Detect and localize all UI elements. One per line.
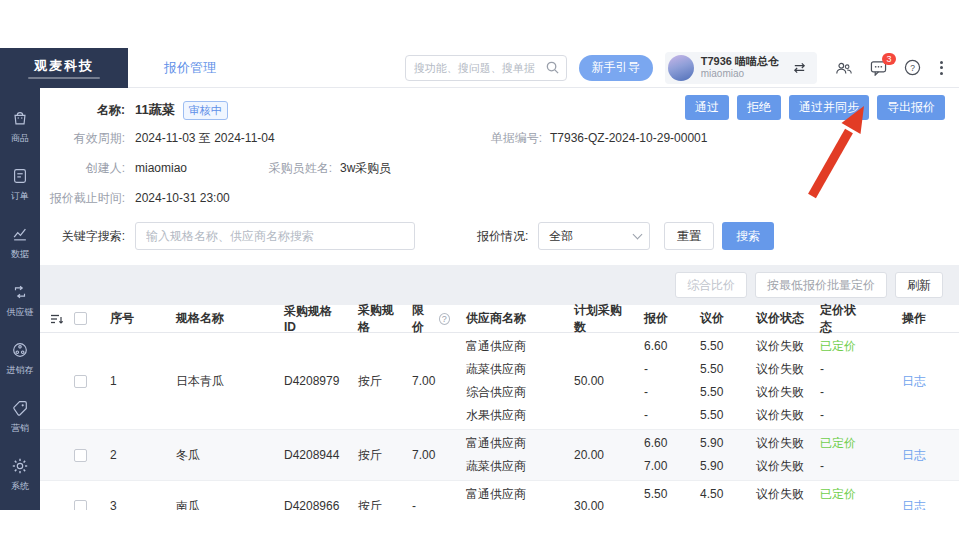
svg-text:?: ?: [910, 63, 915, 73]
row-index: 3: [102, 481, 148, 510]
period-value: 2024-11-03 至 2024-11-04: [135, 130, 275, 147]
table-row: 2 冬瓜 D4208944 按斤 7.00 富通供应商蔬菜供应商 20.00 6…: [40, 430, 959, 481]
quotation-name: 11蔬菜: [135, 101, 175, 119]
header-price-status: 定价状态: [808, 305, 866, 332]
pricing-status: -: [820, 506, 824, 510]
header-nego: 议价: [680, 305, 738, 332]
main-content: 通过 拒绝 通过并同步 导出报价 名称: 11蔬菜 审核中 有效周期: 2024…: [40, 88, 959, 510]
magnifier-icon: [545, 60, 560, 75]
log-link[interactable]: 日志: [902, 498, 926, 511]
batch-pricing-button[interactable]: 按最低报价批量定价: [755, 272, 887, 298]
sidebar-item-system[interactable]: 系统: [0, 446, 40, 504]
compare-price-button[interactable]: 综合比价: [675, 272, 747, 298]
quotes: 6.607.00: [624, 430, 680, 480]
service-icon[interactable]: [835, 60, 853, 76]
app-window: 观麦科技 报价管理 新手引导 T7936 喵喵总仓 miaomiao: [0, 48, 959, 510]
detail-actions: 通过 拒绝 通过并同步 导出报价: [685, 95, 945, 120]
pricing-status: 已定价: [820, 335, 856, 358]
refresh-button[interactable]: 刷新: [895, 272, 943, 298]
plan-qty: 30.00: [538, 481, 624, 510]
spec-id: D4208966: [260, 481, 340, 510]
period-label: 有效周期:: [40, 130, 135, 147]
notification-badge: 3: [882, 53, 896, 65]
header-limit-price: 限价?: [398, 305, 450, 332]
table-header: 序号 规格名称 采购规格ID 采购规格 限价? 供应商名称 计划采购数 报价 议…: [40, 305, 959, 333]
pricing-status: -: [820, 455, 824, 478]
novice-guide-button[interactable]: 新手引导: [579, 55, 653, 81]
keyword-input[interactable]: [135, 222, 415, 250]
user-account[interactable]: T7936 喵喵总仓 miaomiao: [665, 52, 817, 84]
sidebar-item-supply-chain[interactable]: 供应链: [0, 272, 40, 330]
quote-status-value: 全部: [549, 228, 573, 245]
approve-button[interactable]: 通过: [685, 95, 729, 120]
spec-name: 日本青瓜: [148, 333, 260, 429]
status-badge: 审核中: [183, 101, 228, 120]
row-checkbox[interactable]: [74, 375, 87, 388]
search-button[interactable]: 搜索: [722, 222, 774, 250]
supplier-names: 富通供应商蔬菜供应商: [450, 430, 538, 480]
sidebar-item-marketing[interactable]: 营销: [0, 388, 40, 446]
spec-id: D4208944: [260, 430, 340, 480]
supply-chain-icon: [11, 283, 29, 301]
column-settings-icon[interactable]: [50, 313, 64, 325]
quotes: 6.60---: [624, 333, 680, 429]
sidebar-item-orders[interactable]: 订单: [0, 156, 40, 214]
reject-button[interactable]: 拒绝: [737, 95, 781, 120]
spec-id: D4208979: [260, 333, 340, 429]
quotation-table: 序号 规格名称 采购规格ID 采购规格 限价? 供应商名称 计划采购数 报价 议…: [40, 305, 959, 510]
help-icon[interactable]: ?: [904, 59, 921, 76]
brand-logo-text: 观麦科技: [34, 57, 94, 75]
nego-prices: 5.505.505.505.50: [680, 333, 738, 429]
message-icon[interactable]: 3: [870, 60, 887, 76]
sidebar-item-data[interactable]: 数据: [0, 214, 40, 272]
nego-prices: 5.905.90: [680, 430, 738, 480]
export-quote-button[interactable]: 导出报价: [877, 95, 945, 120]
filter-bar: 关键字搜索: 报价情况: 全部 重置 搜索: [40, 221, 959, 251]
approve-and-sync-button[interactable]: 通过并同步: [789, 95, 869, 120]
sidebar-item-goods[interactable]: 商品: [0, 98, 40, 156]
chart-icon: [11, 225, 29, 243]
header-quote: 报价: [624, 305, 680, 332]
header-spec-id: 采购规格ID: [260, 305, 340, 332]
header-index: 序号: [102, 305, 148, 332]
reset-button[interactable]: 重置: [664, 222, 714, 250]
header-spec-name: 规格名称: [148, 305, 260, 332]
doc-no-label: 单据编号:: [480, 130, 550, 147]
quote-status-label: 报价情况:: [477, 228, 528, 245]
more-menu-icon[interactable]: [938, 59, 945, 77]
buyer-value: 3w采购员: [340, 160, 391, 177]
row-checkbox[interactable]: [74, 449, 87, 462]
breadcrumb[interactable]: 报价管理: [164, 59, 216, 77]
table-row: 1 日本青瓜 D4208979 按斤 7.00 富通供应商蔬菜供应商综合供应商水…: [40, 333, 959, 430]
limit-price-help-icon[interactable]: ?: [439, 313, 450, 325]
header-operation: 操作: [866, 305, 959, 332]
select-all-checkbox[interactable]: [74, 312, 87, 325]
gear-icon: [11, 457, 29, 475]
sidebar-item-inventory[interactable]: 进销存: [0, 330, 40, 388]
spec-name: 南瓜: [148, 481, 260, 510]
price-statuses: 已定价---: [808, 333, 866, 429]
purchase-spec: 按斤: [340, 333, 398, 429]
pricing-status: -: [820, 358, 824, 381]
topbar-main: 报价管理 新手引导 T7936 喵喵总仓 miaomiao: [128, 48, 959, 88]
log-link[interactable]: 日志: [902, 447, 926, 464]
header-supplier: 供应商名称: [450, 305, 538, 332]
supplier-names: 富通供应商蔬菜供应商: [450, 481, 538, 510]
keyword-label: 关键字搜索:: [40, 228, 135, 245]
pricing-status: -: [820, 381, 824, 404]
creator-label: 创建人:: [40, 160, 135, 177]
nego-prices: 4.504.50: [680, 481, 738, 510]
quotation-detail-card: 通过 拒绝 通过并同步 导出报价 名称: 11蔬菜 审核中 有效周期: 2024…: [40, 88, 959, 265]
log-link[interactable]: 日志: [902, 373, 926, 390]
row-checkbox[interactable]: [74, 500, 87, 511]
brand-logo[interactable]: 观麦科技: [0, 48, 128, 88]
global-search-input[interactable]: [405, 55, 567, 81]
switch-account-icon[interactable]: [792, 62, 807, 74]
nego-statuses: 议价失败议价失败: [738, 430, 808, 480]
global-search: [405, 55, 567, 81]
inventory-icon: [11, 341, 29, 359]
limit-price: -: [398, 481, 450, 510]
price-statuses: 已定价-: [808, 430, 866, 480]
quote-status-select[interactable]: 全部: [538, 222, 650, 250]
purchase-spec: 按斤: [340, 430, 398, 480]
